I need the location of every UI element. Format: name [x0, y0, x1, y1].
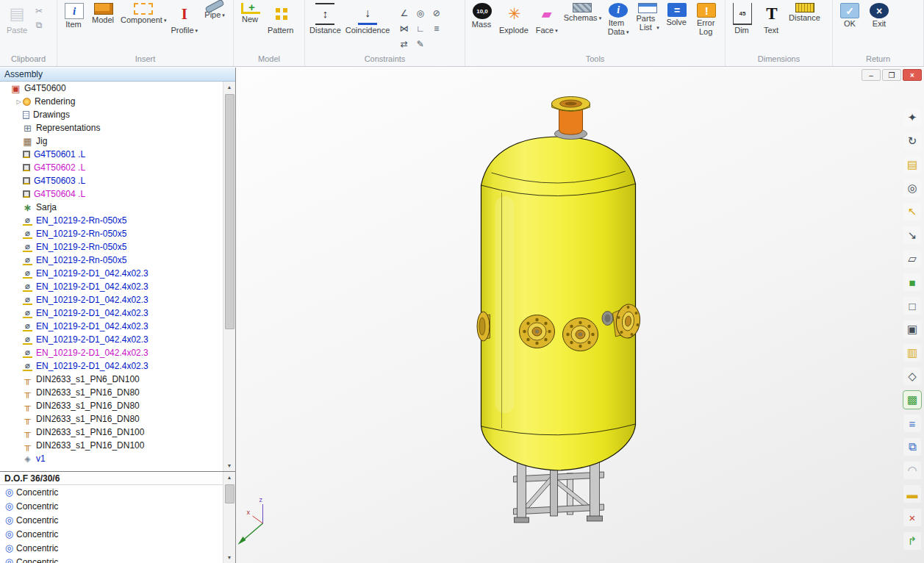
- tree-scrollbar-track[interactable]: [224, 93, 235, 460]
- dropdown-caret-icon[interactable]: ▾: [656, 24, 659, 32]
- symmetry-constraint-icon[interactable]: ⋈: [396, 21, 412, 36]
- zoom-center-icon[interactable]: ◎: [903, 179, 921, 197]
- ribbon-button[interactable]: Exit: [864, 2, 894, 29]
- tree-item[interactable]: G4T50603 .L: [0, 174, 223, 187]
- display-list-icon[interactable]: ≡: [903, 415, 921, 432]
- section-plane-icon[interactable]: ▱: [903, 250, 921, 268]
- window-control-button[interactable]: ×: [903, 69, 922, 81]
- dof-item[interactable]: Concentric: [0, 541, 223, 555]
- textured-view-icon[interactable]: ▥: [903, 344, 921, 362]
- ribbon-button[interactable]: Distance: [307, 2, 343, 35]
- tree-item[interactable]: Jig: [0, 135, 223, 148]
- ribbon-button[interactable]: Coincidence: [343, 2, 393, 35]
- ribbon-button[interactable]: OK: [835, 2, 864, 29]
- dropdown-caret-icon[interactable]: ▾: [555, 26, 558, 35]
- window-control-button[interactable]: ❐: [882, 69, 901, 81]
- arc-tool-icon[interactable]: ◠: [903, 462, 921, 479]
- orbit-rotate-icon[interactable]: ↻: [903, 132, 921, 150]
- expand-arrow-icon[interactable]: ▷: [15, 98, 23, 105]
- tree-item[interactable]: EN_10219-2-D1_042.4x02.3: [0, 333, 223, 346]
- tree-item[interactable]: G4T50600: [0, 82, 223, 95]
- shaded-view-icon[interactable]: ■: [903, 273, 921, 291]
- ribbon-button[interactable]: Item Data▾: [604, 2, 633, 37]
- wireframe-view-icon[interactable]: □: [903, 297, 921, 315]
- tree-item[interactable]: v1: [0, 452, 223, 465]
- ribbon-button[interactable]: Text: [757, 2, 787, 35]
- tree-item[interactable]: EN_10219-2-D1_042.4x02.3: [0, 359, 223, 373]
- tree-item[interactable]: DIN2633_s1_PN16_DN80: [0, 412, 223, 426]
- dropdown-caret-icon[interactable]: ▾: [599, 14, 602, 22]
- tree-item[interactable]: EN_10219-2-D1_042.4x02.3: [0, 293, 223, 306]
- scroll-down-icon[interactable]: ▼: [224, 552, 235, 563]
- ribbon-button[interactable]: Pattern: [265, 2, 297, 35]
- ribbon-button[interactable]: Profile▾: [168, 2, 200, 35]
- tree-item[interactable]: EN_10219-2-D1_042.4x02.3: [0, 320, 223, 333]
- paste-button[interactable]: Paste: [2, 2, 32, 35]
- dof-item[interactable]: Concentric: [0, 527, 223, 541]
- dof-item[interactable]: Concentric: [0, 499, 223, 513]
- tree-item[interactable]: EN_10219-2-Rn-050x5: [0, 214, 223, 227]
- clipboard-small-button[interactable]: [32, 18, 46, 32]
- tree-item[interactable]: Sarja: [0, 201, 223, 214]
- ribbon-button[interactable]: Parts List▾: [633, 2, 662, 32]
- dropdown-caret-icon[interactable]: ▾: [626, 28, 629, 36]
- scroll-up-icon[interactable]: ▲: [224, 472, 235, 483]
- 3d-viewport[interactable]: – ❐ ×: [236, 68, 924, 563]
- ribbon-button[interactable]: New: [236, 2, 265, 24]
- vessel-body[interactable]: [481, 137, 636, 470]
- hidden-line-view-icon[interactable]: ▣: [903, 320, 921, 338]
- dof-item[interactable]: Concentric: [0, 513, 223, 527]
- ribbon-button[interactable]: 10,0 Mass: [468, 2, 497, 29]
- tree-item[interactable]: DIN2633_s1_PN16_DN100: [0, 426, 223, 439]
- tangent-constraint-icon[interactable]: ⊘: [429, 6, 444, 21]
- tree-item[interactable]: DIN2633_s1_PN6_DN100: [0, 373, 223, 386]
- pan-move-icon[interactable]: ↘: [903, 226, 921, 244]
- viewport-canvas[interactable]: z x: [236, 68, 924, 563]
- equal-constraint-icon[interactable]: ⇄: [396, 37, 412, 51]
- render-mode-icon[interactable]: ▩: [903, 391, 921, 409]
- ribbon-button[interactable]: Distance: [787, 2, 824, 23]
- ribbon-button[interactable]: Error Log: [692, 2, 721, 37]
- top-nozzle[interactable]: [552, 97, 590, 140]
- dof-item[interactable]: Concentric: [0, 555, 223, 563]
- ribbon-button[interactable]: Solve: [662, 2, 692, 27]
- tree-item[interactable]: EN_10219-2-Rn-050x5: [0, 254, 223, 267]
- ribbon-button[interactable]: Component▾: [118, 2, 168, 25]
- ribbon-button[interactable]: Explode: [497, 2, 532, 35]
- small-port[interactable]: [602, 312, 613, 326]
- delete-icon[interactable]: ×: [903, 509, 921, 526]
- dof-scrollbar[interactable]: ▲ ▼: [223, 472, 235, 563]
- tree-item[interactable]: G4T50602 .L: [0, 161, 223, 174]
- layers-icon[interactable]: ⧉: [903, 438, 921, 456]
- window-control-button[interactable]: –: [862, 69, 881, 81]
- tree-item[interactable]: Representations: [0, 121, 223, 135]
- tree-item[interactable]: DIN2633_s1_PN16_DN100: [0, 439, 223, 452]
- ribbon-button[interactable]: Model: [89, 2, 118, 25]
- tree-scrollbar[interactable]: ▲ ▼: [223, 82, 235, 471]
- edit-constraint-icon[interactable]: ✎: [412, 37, 428, 51]
- pin-icon[interactable]: ✦: [903, 109, 921, 126]
- dropdown-caret-icon[interactable]: ▾: [222, 11, 225, 19]
- tree-item[interactable]: G4T50604 .L: [0, 187, 223, 201]
- folder-icon[interactable]: ▬: [903, 485, 921, 503]
- side-flange-2[interactable]: [563, 318, 598, 351]
- parallel-constraint-icon[interactable]: ≡: [429, 21, 444, 36]
- tree-item[interactable]: EN_10219-2-D1_042.4x02.3: [0, 280, 223, 293]
- tree-item[interactable]: EN_10219-2-Rn-050x5: [0, 227, 223, 240]
- tree-scrollbar-thumb[interactable]: [225, 94, 234, 329]
- dropdown-caret-icon[interactable]: ▾: [196, 26, 198, 35]
- dof-scrollbar-track[interactable]: [224, 483, 235, 552]
- ribbon-button[interactable]: 45 Dim: [728, 2, 757, 35]
- tree-item[interactable]: EN_10219-2-D1_042.4x02.3: [0, 267, 223, 280]
- ribbon-button[interactable]: Schemas▾: [562, 2, 604, 23]
- ribbon-button[interactable]: Face▾: [532, 2, 562, 35]
- tree-item[interactable]: G4T50601 .L: [0, 148, 223, 161]
- tree-item[interactable]: DIN2633_s1_PN16_DN80: [0, 386, 223, 399]
- tree-item[interactable]: ▷ Rendering: [0, 95, 223, 108]
- clipboard-small-button[interactable]: [32, 4, 46, 18]
- export-icon[interactable]: ↱: [903, 532, 921, 550]
- tree-item[interactable]: Drawings: [0, 108, 223, 121]
- concentric-constraint-icon[interactable]: ◎: [412, 6, 428, 21]
- measure-ruler-icon[interactable]: ▤: [903, 156, 921, 173]
- tree-item[interactable]: EN_10219-2-D1_042.4x02.3: [0, 306, 223, 320]
